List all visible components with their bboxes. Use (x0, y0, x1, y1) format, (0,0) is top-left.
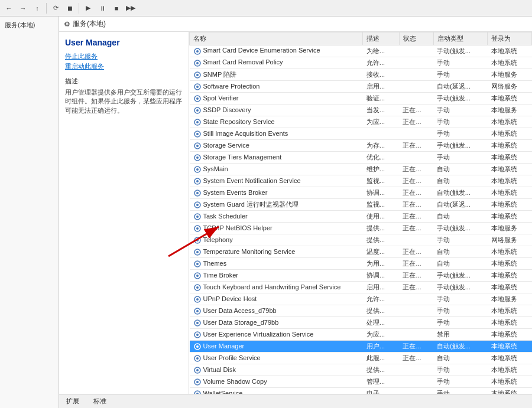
table-row[interactable]: User Manager用户...正在...自动(触发...本地系统 (190, 341, 532, 352)
service-icon (193, 378, 202, 386)
service-status-cell (399, 317, 433, 329)
right-panel[interactable]: 名称 描述 状态 启动类型 登录为 Smart Card Device Enum… (189, 32, 532, 394)
toolbar-btn-stop2[interactable]: ■ (110, 2, 123, 15)
toolbar-btn-forward[interactable]: → (17, 2, 30, 15)
service-desc-cell: 协调... (363, 187, 400, 199)
table-row[interactable]: Temperature Monitoring Service温度...正在...… (190, 246, 532, 258)
header-icon: ⚙ (64, 20, 70, 28)
service-status-cell: 正在... (399, 211, 433, 223)
service-startup-cell: 手动(触发... (433, 93, 488, 105)
table-row[interactable]: State Repository Service为应...正在...手动本地系统 (190, 116, 532, 128)
toolbar-btn-play[interactable]: ▶ (82, 2, 95, 15)
service-status-cell (399, 152, 433, 164)
service-desc-cell: 提供... (363, 223, 400, 234)
table-row[interactable]: System Guard 运行时监视器代理监视...正在...自动(延迟...本… (190, 199, 532, 211)
service-name-cell: SysMain (190, 164, 363, 175)
table-row[interactable]: User Data Access_d79bb提供...手动本地系统 (190, 305, 532, 317)
service-name-cell: UPnP Device Host (190, 293, 363, 305)
table-row[interactable]: Themes为用...正在...自动本地系统 (190, 258, 532, 270)
table-row[interactable]: System Event Notification Service监视...正在… (190, 175, 532, 187)
toolbar-btn-pause[interactable]: ⏸ (96, 2, 109, 15)
table-row[interactable]: Task Scheduler使用...正在...自动本地系统 (190, 211, 532, 223)
svg-point-41 (196, 275, 199, 277)
service-name-cell: User Data Access_d79bb (190, 305, 363, 317)
svg-point-51 (196, 334, 199, 336)
service-desc-cell: 为应... (363, 116, 400, 128)
table-row[interactable]: Software Protection启用...自动(延迟...网络服务 (190, 81, 532, 93)
svg-point-15 (196, 121, 199, 123)
toolbar-btn-back[interactable]: ← (2, 2, 15, 15)
toolbar-btn-restart[interactable]: ▶▶ (124, 2, 137, 15)
table-row[interactable]: User Experience Virtualization Service为应… (190, 329, 532, 341)
stop-service-link[interactable]: 停止此服务 (65, 52, 183, 61)
svg-point-49 (196, 322, 199, 324)
desc-label: 描述: (65, 77, 183, 86)
table-row[interactable]: Smart Card Removal Policy允许...手动本地系统 (190, 57, 532, 69)
service-icon (193, 177, 202, 185)
service-desc-cell: 为用... (363, 258, 400, 270)
col-header-status[interactable]: 状态 (399, 32, 433, 45)
table-row[interactable]: Still Image Acquisition Events手动本地系统 (190, 128, 532, 140)
toolbar-btn-up[interactable]: ↑ (31, 2, 44, 15)
table-row[interactable]: SSDP Discovery当发...正在...手动本地服务 (190, 105, 532, 116)
table-row[interactable]: WalletService电子...手动本地系统 (190, 388, 532, 394)
svg-point-21 (196, 156, 199, 159)
service-icon (193, 307, 202, 315)
service-icon (193, 47, 202, 56)
restart-service-link[interactable]: 重启动此服务 (65, 62, 183, 71)
svg-point-39 (196, 263, 199, 265)
service-icon (193, 94, 202, 103)
service-status-cell: 正在... (399, 164, 433, 175)
service-login-cell: 本地系统 (488, 93, 532, 105)
tab-expand[interactable]: 扩展 (64, 396, 82, 407)
col-header-login[interactable]: 登录为 (488, 32, 532, 45)
col-header-desc[interactable]: 描述 (363, 32, 400, 45)
service-name-cell: SNMP 陷阱 (190, 69, 363, 81)
table-row[interactable]: System Events Broker协调...正在...自动(触发...本地… (190, 187, 532, 199)
service-login-cell: 本地系统 (488, 116, 532, 128)
service-login-cell: 本地系统 (488, 376, 532, 388)
service-desc-cell: 允许... (363, 57, 400, 69)
table-row[interactable]: Touch Keyboard and Handwriting Panel Ser… (190, 282, 532, 293)
service-icon (193, 213, 202, 221)
service-status-cell: 正在... (399, 352, 433, 364)
table-row[interactable]: Virtual Disk提供...手动本地系统 (190, 364, 532, 376)
service-status-cell (399, 364, 433, 376)
table-row[interactable]: TCP/IP NetBIOS Helper提供...正在...手动(触发...本… (190, 223, 532, 234)
service-status-cell: 正在... (399, 223, 433, 234)
tab-standard[interactable]: 标准 (91, 396, 109, 407)
table-row[interactable]: Volume Shadow Copy管理...手动本地系统 (190, 376, 532, 388)
table-row[interactable]: Storage Tiers Management优化...手动本地系统 (190, 152, 532, 164)
service-name-cell: Software Protection (190, 81, 363, 93)
service-desc-cell: 此服... (363, 352, 400, 364)
service-startup-cell: 自动(触发... (433, 341, 488, 352)
table-row[interactable]: Smart Card Device Enumeration Service为给.… (190, 45, 532, 57)
table-row[interactable]: Storage Service为存...正在...手动(触发...本地系统 (190, 140, 532, 152)
table-row[interactable]: UPnP Device Host允许...手动本地服务 (190, 293, 532, 305)
toolbar-btn-stop[interactable]: ⏹ (63, 2, 76, 15)
service-status-cell: 正在... (399, 187, 433, 199)
table-row[interactable]: Spot Verifier验证...手动(触发...本地系统 (190, 93, 532, 105)
table-row[interactable]: SysMain维护...正在...自动本地系统 (190, 164, 532, 175)
service-status-cell: 正在... (399, 341, 433, 352)
service-icon (193, 83, 202, 91)
sidebar-item-services[interactable]: 服务(本地) (2, 19, 56, 31)
table-row[interactable]: Time Broker协调...正在...手动(触发...本地系统 (190, 270, 532, 282)
service-desc-cell: 维护... (363, 164, 400, 175)
service-desc-cell: 提供... (363, 234, 400, 246)
col-header-name[interactable]: 名称 (190, 32, 363, 45)
service-icon (193, 342, 202, 351)
table-row[interactable]: Telephony提供...手动网络服务 (190, 234, 532, 246)
service-icon (193, 154, 202, 162)
svg-point-61 (196, 393, 199, 394)
table-row[interactable]: User Profile Service此服...正在...自动本地系统 (190, 352, 532, 364)
col-header-startup[interactable]: 启动类型 (433, 32, 488, 45)
table-row[interactable]: SNMP 陷阱接收...手动本地服务 (190, 69, 532, 81)
service-name-cell: Themes (190, 258, 363, 270)
service-status-cell (399, 57, 433, 69)
service-startup-cell: 自动 (433, 246, 488, 258)
service-login-cell: 本地系统 (488, 388, 532, 394)
toolbar-btn-refresh[interactable]: ⟳ (49, 2, 62, 15)
service-status-cell (399, 388, 433, 394)
table-row[interactable]: User Data Storage_d79bb处理...手动本地系统 (190, 317, 532, 329)
